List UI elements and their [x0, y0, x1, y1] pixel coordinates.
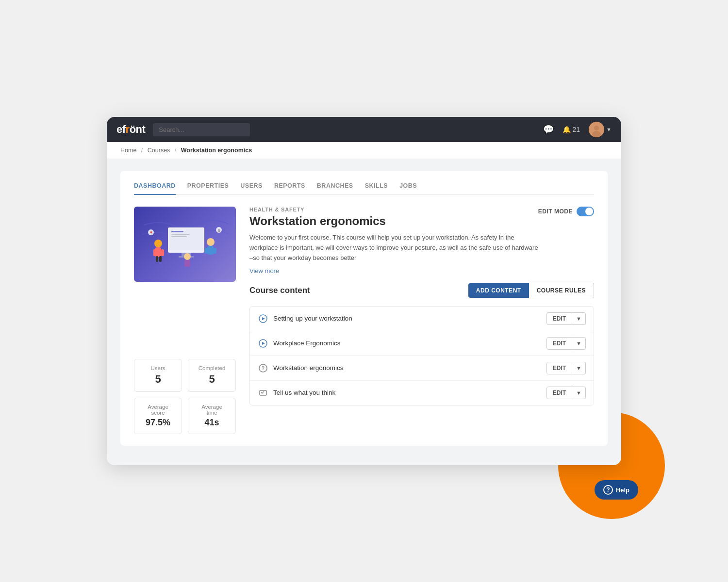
chat-icon[interactable]: 💬 [543, 124, 554, 135]
main-card: DASHBOARD PROPERTIES USERS REPORTS BRANC… [120, 171, 608, 445]
edit-button[interactable]: EDIT [546, 312, 572, 325]
scorm-icon [258, 313, 268, 324]
breadcrumb-home[interactable]: Home [120, 147, 136, 154]
tab-users[interactable]: USERS [240, 182, 263, 195]
svg-rect-19 [213, 248, 216, 254]
content-header: Course content ADD CONTENTCOURSE RULES [249, 283, 594, 298]
edit-button[interactable]: EDIT [546, 337, 572, 350]
edit-btn-group: EDIT▼ [546, 362, 586, 374]
course-info: HEALTH & SAFETY Workstation ergonomics W… [249, 207, 538, 275]
svg-rect-7 [171, 231, 183, 232]
edit-btn-group: EDIT▼ [546, 337, 586, 350]
separator: / [175, 147, 176, 154]
tab-branches[interactable]: BRANCHES [317, 182, 353, 195]
edit-mode-toggle[interactable]: EDIT MODE [538, 207, 594, 216]
logo: efrönt [116, 123, 145, 136]
user-avatar-dropdown[interactable]: ▼ [589, 122, 612, 137]
content-action-buttons: ADD CONTENTCOURSE RULES [468, 283, 594, 298]
course-category: HEALTH & SAFETY [249, 207, 538, 212]
tab-bar: DASHBOARD PROPERTIES USERS REPORTS BRANC… [134, 182, 594, 195]
edit-dropdown-button[interactable]: ▼ [572, 387, 586, 399]
edit-dropdown-button[interactable]: ▼ [572, 312, 586, 325]
help-label: Help [616, 486, 629, 494]
content-item-name: Setting up your workstation [273, 315, 546, 322]
content-item: Workplace Ergonomics EDIT▼ [250, 331, 594, 356]
svg-rect-12 [153, 249, 156, 256]
main-content: DASHBOARD PROPERTIES USERS REPORTS BRANC… [107, 159, 621, 465]
course-description: Welcome to your first course. This cours… [249, 233, 538, 263]
svg-text:?: ? [262, 366, 265, 371]
notification-count: 21 [573, 126, 580, 133]
stat-completed: Completed 5 [188, 359, 236, 392]
test-icon: ? [258, 363, 268, 373]
tab-reports[interactable]: REPORTS [274, 182, 305, 195]
svg-point-24 [184, 253, 191, 260]
avg-time-label: Average time [196, 404, 228, 416]
svg-rect-9 [171, 236, 187, 237]
content-area: Course content ADD CONTENTCOURSE RULES [249, 283, 594, 405]
svg-point-10 [154, 240, 162, 247]
stats-row-1: Users 5 Completed 5 [134, 359, 236, 392]
users-value: 5 [142, 373, 174, 386]
edit-btn-group: EDIT▼ [546, 387, 586, 399]
svg-marker-27 [262, 317, 265, 320]
tab-dashboard[interactable]: DASHBOARD [134, 182, 176, 195]
completed-label: Completed [196, 365, 228, 371]
avatar [589, 122, 604, 137]
content-item-name: Workstation ergonomics [273, 364, 546, 372]
svg-marker-29 [262, 342, 265, 345]
svg-text:⚙: ⚙ [217, 229, 220, 232]
nav-right: 💬 🔔 21 ▼ [543, 122, 612, 137]
content-item: Tell us what you think EDIT▼ [250, 381, 594, 405]
view-more-link[interactable]: View more [249, 267, 279, 275]
browser-window: efrönt 💬 🔔 21 ▼ Home / C [107, 117, 621, 465]
notifications[interactable]: 🔔 21 [563, 126, 580, 133]
svg-rect-13 [161, 249, 164, 256]
search-input[interactable] [153, 123, 250, 136]
stat-avg-time: Average time 41s [188, 398, 236, 434]
completed-value: 5 [196, 373, 228, 386]
users-label: Users [142, 365, 174, 371]
stat-users: Users 5 [134, 359, 182, 392]
course-rules-button[interactable]: COURSE RULES [529, 283, 594, 298]
tab-properties[interactable]: PROPERTIES [187, 182, 229, 195]
edit-dropdown-button[interactable]: ▼ [572, 337, 586, 350]
course-info-row: HEALTH & SAFETY Workstation ergonomics W… [249, 207, 594, 275]
breadcrumb-current: Workstation ergonomics [181, 147, 252, 154]
stats-row-2: Average score 97.5% Average time 41s [134, 398, 236, 434]
stats-section: Users 5 Completed 5 Average score 97.5% … [134, 359, 236, 434]
svg-text:📍: 📍 [149, 231, 153, 235]
edit-btn-group: EDIT▼ [546, 312, 586, 325]
content-item-name: Tell us what you think [273, 389, 546, 396]
top-navigation: efrönt 💬 🔔 21 ▼ [107, 117, 621, 142]
edit-mode-label: EDIT MODE [538, 208, 573, 215]
svg-rect-25 [184, 260, 190, 267]
svg-point-16 [207, 238, 215, 246]
bell-icon: 🔔 [563, 126, 571, 133]
edit-button[interactable]: EDIT [546, 387, 572, 399]
svg-rect-18 [205, 248, 209, 254]
edit-dropdown-button[interactable]: ▼ [572, 362, 586, 374]
svg-rect-14 [156, 256, 158, 262]
edit-button[interactable]: EDIT [546, 362, 572, 374]
separator: / [141, 147, 143, 154]
tab-skills[interactable]: SKILLS [365, 182, 388, 195]
avg-score-value: 97.5% [142, 418, 174, 428]
survey-icon [258, 388, 268, 398]
breadcrumb-courses[interactable]: Courses [148, 147, 170, 154]
avg-score-label: Average score [142, 404, 174, 416]
svg-rect-8 [171, 234, 190, 235]
content-item: Setting up your workstation EDIT▼ [250, 307, 594, 331]
tab-jobs[interactable]: JOBS [399, 182, 417, 195]
course-title: Workstation ergonomics [249, 214, 538, 228]
svg-point-1 [594, 126, 599, 130]
help-icon: ? [603, 485, 613, 495]
content-item-name: Workplace Ergonomics [273, 340, 546, 347]
avg-time-value: 41s [196, 418, 228, 428]
breadcrumb: Home / Courses / Workstation ergonomics [107, 142, 621, 159]
add-content-button[interactable]: ADD CONTENT [468, 283, 529, 298]
edit-mode-switch[interactable] [577, 207, 594, 216]
help-button[interactable]: ? Help [595, 480, 638, 500]
content-section-title: Course content [249, 286, 468, 295]
svg-rect-15 [159, 256, 162, 262]
